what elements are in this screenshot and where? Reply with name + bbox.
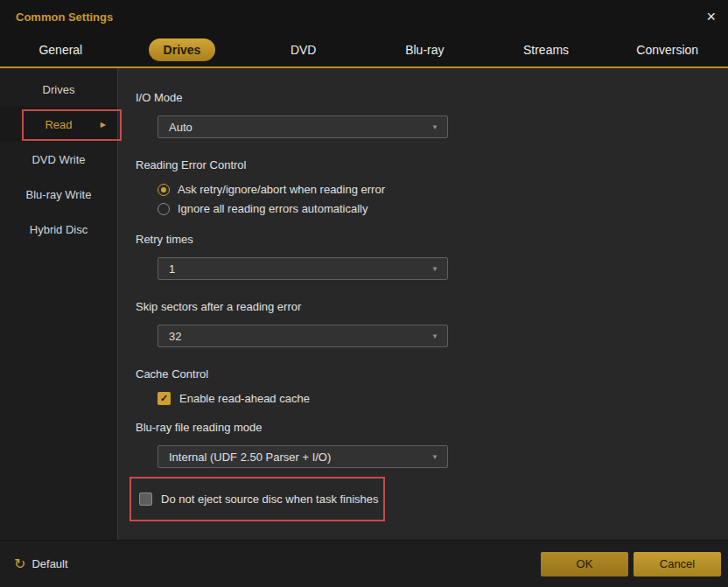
- io-mode-label: I/O Mode: [136, 91, 728, 104]
- eject-checkbox-label: Do not eject source disc when task finis…: [161, 493, 379, 506]
- radio-selected-icon: [158, 184, 170, 196]
- reset-icon: ↻: [14, 557, 25, 571]
- io-mode-value: Auto: [169, 121, 192, 134]
- retry-times-dropdown[interactable]: 1 ▼: [158, 257, 448, 280]
- sidebar-item-drives[interactable]: Drives: [0, 72, 117, 107]
- chevron-down-icon: ▼: [431, 265, 438, 273]
- io-mode-dropdown[interactable]: Auto ▼: [158, 115, 448, 138]
- eject-checkbox-annotation: Do not eject source disc when task finis…: [130, 477, 385, 521]
- cache-control-label: Cache Control: [136, 367, 728, 381]
- tab-conversion[interactable]: Conversion: [606, 33, 728, 66]
- tab-streams[interactable]: Streams: [486, 33, 607, 66]
- sidebar-item-read[interactable]: Read ▶: [0, 107, 117, 142]
- footer-bar: ↻ Default OK Cancel: [0, 540, 728, 587]
- close-icon[interactable]: ×: [706, 9, 716, 24]
- default-button[interactable]: ↻ Default: [14, 557, 68, 571]
- sidebar: Drives Read ▶ DVD Write Blu-ray Write Hy…: [0, 68, 118, 540]
- chevron-down-icon: ▼: [431, 453, 438, 461]
- chevron-down-icon: ▼: [431, 332, 438, 340]
- skip-sectors-label: Skip sectors after a reading error: [136, 300, 728, 313]
- tab-bluray[interactable]: Blu-ray: [364, 33, 486, 66]
- radio-unselected-icon: [158, 203, 170, 215]
- bluray-reading-mode-label: Blu-ray file reading mode: [136, 421, 728, 434]
- sidebar-item-dvd-write[interactable]: DVD Write: [0, 142, 117, 177]
- tab-dvd[interactable]: DVD: [242, 33, 364, 66]
- sidebar-item-hybrid-disc[interactable]: Hybrid Disc: [0, 212, 117, 247]
- common-settings-dialog: Common Settings × General Drives DVD Blu…: [0, 0, 728, 587]
- window-title: Common Settings: [16, 10, 113, 24]
- action-buttons: OK Cancel: [541, 552, 721, 577]
- radio-ask-retry[interactable]: Ask retry/ignore/abort when reading erro…: [158, 183, 728, 196]
- tab-drives[interactable]: Drives: [122, 33, 243, 66]
- reading-error-radio-group: Ask retry/ignore/abort when reading erro…: [158, 183, 728, 215]
- reading-error-control-label: Reading Error Control: [136, 158, 728, 171]
- checkbox-checked-icon: ✓: [158, 392, 171, 405]
- cancel-button[interactable]: Cancel: [634, 552, 721, 577]
- skip-sectors-dropdown[interactable]: 32 ▼: [158, 325, 448, 347]
- sidebar-item-bluray-write[interactable]: Blu-ray Write: [0, 177, 117, 212]
- arrow-right-icon: ▶: [101, 121, 106, 129]
- bluray-reading-mode-dropdown[interactable]: Internal (UDF 2.50 Parser + I/O) ▼: [158, 445, 448, 468]
- settings-panel: I/O Mode Auto ▼ Reading Error Control As…: [118, 68, 728, 540]
- ok-button[interactable]: OK: [541, 552, 628, 577]
- skip-sectors-value: 32: [169, 330, 181, 343]
- enable-cache-checkbox[interactable]: ✓ Enable read-ahead cache: [158, 392, 728, 405]
- bluray-reading-mode-value: Internal (UDF 2.50 Parser + I/O): [169, 451, 331, 464]
- tab-bar: General Drives DVD Blu-ray Streams Conve…: [0, 33, 728, 68]
- dialog-body: Drives Read ▶ DVD Write Blu-ray Write Hy…: [0, 68, 728, 540]
- chevron-down-icon: ▼: [431, 123, 438, 131]
- tab-general[interactable]: General: [0, 33, 122, 66]
- title-bar: Common Settings ×: [0, 0, 728, 33]
- radio-ignore-errors[interactable]: Ignore all reading errors automatically: [158, 202, 728, 215]
- retry-times-label: Retry times: [136, 233, 728, 246]
- retry-times-value: 1: [169, 262, 175, 276]
- checkbox-unchecked-icon[interactable]: [139, 493, 152, 506]
